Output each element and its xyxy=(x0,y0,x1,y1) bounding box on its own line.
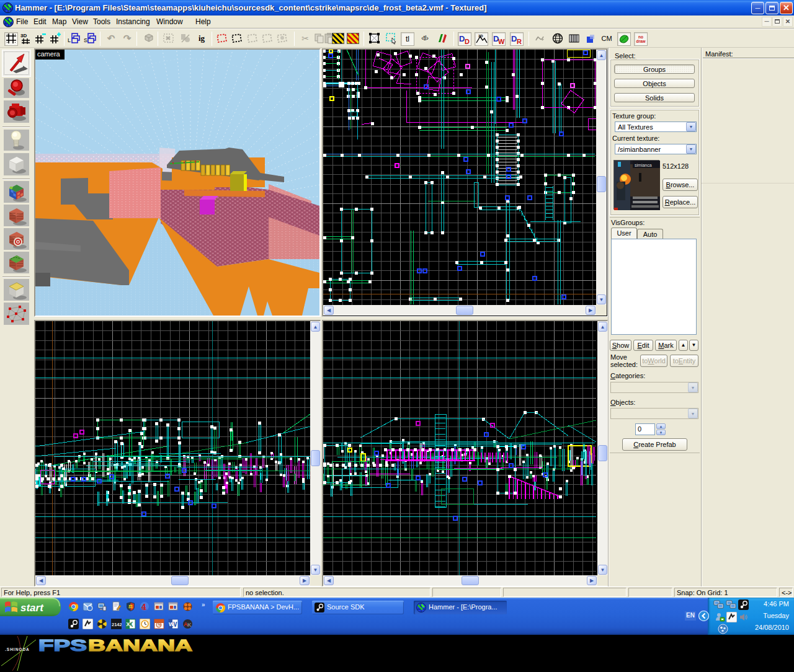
svg-text:simianca: simianca xyxy=(635,163,652,167)
svg-text:3D: 3D xyxy=(20,33,27,38)
svg-text:FPS: FPS xyxy=(38,636,87,655)
svg-text:W: W xyxy=(169,621,174,627)
svg-text:⚖: ⚖ xyxy=(128,604,133,609)
svg-text:L: L xyxy=(68,37,71,43)
svg-text:D: D xyxy=(459,34,465,43)
svg-text:X: X xyxy=(127,621,130,627)
svg-text:W: W xyxy=(498,38,505,45)
svg-text:D: D xyxy=(465,38,470,45)
svg-text:start: start xyxy=(20,602,44,614)
svg-text:BANANA: BANANA xyxy=(88,636,192,655)
svg-text:S: S xyxy=(84,37,87,43)
svg-text:R: R xyxy=(517,38,522,45)
svg-text:K: K xyxy=(187,622,192,628)
svg-text:2142: 2142 xyxy=(112,622,122,627)
svg-text:.SHINODA: .SHINODA xyxy=(5,647,30,652)
svg-text:D: D xyxy=(511,34,517,43)
